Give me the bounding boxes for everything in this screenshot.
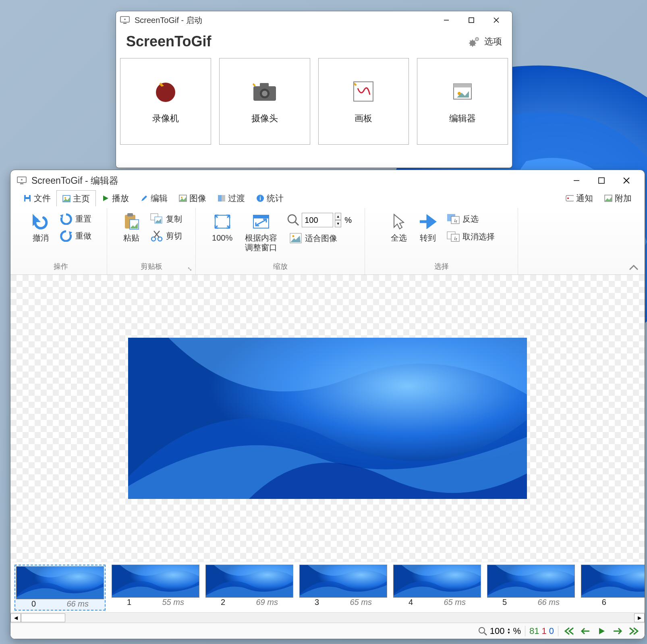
svg-point-57 [288,215,296,223]
tab-extras[interactable]: 附加 [599,190,637,206]
reset-icon [59,213,73,225]
camera-card[interactable]: 摄像头 [219,58,310,145]
preview-frame [128,338,527,499]
ribbon-tabs: 文件 主页 播放 编辑 图像 过渡 i统计 通知 附加 [10,190,645,206]
frame-scrollbar[interactable]: ◀ ▶ [10,612,645,623]
board-card[interactable]: 画板 [318,58,409,145]
frame-index: 5 [502,598,507,607]
tab-file[interactable]: 文件 [18,190,56,206]
scroll-thumb[interactable] [21,613,65,622]
launch-titlebar[interactable]: ScreenToGif - 启动 [116,11,512,29]
launch-title-text: ScreenToGif - 启动 [135,15,202,26]
svg-point-50 [151,237,156,241]
svg-rect-64 [451,234,459,241]
invert-icon [446,213,460,225]
frame-thumbnail [299,565,387,598]
maximize-button[interactable] [459,12,484,28]
frame-item[interactable]: 465 ms [393,565,481,611]
nav-play-button[interactable] [595,625,608,637]
notify-icon [566,194,574,202]
tab-image[interactable]: 图像 [173,190,212,206]
paste-button[interactable]: 粘贴 [118,210,144,244]
tab-transition[interactable]: 过渡 [212,190,251,206]
editor-window: ScreenToGif - 编辑器 文件 主页 播放 编辑 图像 过渡 i统计 … [10,170,645,639]
svg-point-15 [156,83,175,102]
frame-duration: 66 ms [66,599,88,609]
frame-thumbnail [393,565,481,598]
close-button[interactable] [484,12,509,28]
svg-line-58 [295,222,299,225]
redo-button[interactable]: 重做 [57,229,94,243]
undo-button[interactable]: 撤消 [28,210,54,244]
pencil-icon [140,194,148,202]
canvas-area[interactable] [10,275,645,562]
reset-button[interactable]: 重置 [57,212,94,226]
zoom-input[interactable] [302,213,333,227]
fit-image-button[interactable]: 适合图像 [286,231,352,245]
minimize-button[interactable] [564,172,589,189]
tab-home[interactable]: 主页 [56,190,96,208]
minimize-button[interactable] [434,12,459,28]
app-icon [119,16,131,25]
nav-prev-button[interactable] [579,625,592,637]
select-all-button[interactable]: 全选 [386,210,412,244]
svg-rect-32 [25,199,29,202]
nav-first-button[interactable] [562,625,576,637]
frame-item[interactable]: 6 [581,565,645,611]
clipboard-expand-icon[interactable]: ⤡ [187,266,194,272]
tab-edit[interactable]: 编辑 [135,190,173,206]
extras-icon [604,194,612,202]
frame-item[interactable]: 566 ms [487,565,575,611]
frame-item[interactable]: 155 ms [112,565,199,611]
frame-duration: 55 ms [162,598,184,607]
app-name: ScreenToGif [126,33,211,50]
maximize-button[interactable] [589,172,614,189]
svg-rect-17 [260,83,269,87]
frame-index: 1 [127,598,131,607]
frame-item[interactable]: 066 ms [15,565,106,611]
svg-point-35 [64,197,66,199]
goto-button[interactable]: 转到 [415,210,441,244]
ribbon-group-clipboard: 粘贴 复制 剪切 剪贴板 ⤡ [107,208,196,274]
frame-item[interactable]: 365 ms [299,565,387,611]
copy-button[interactable]: 复制 [147,212,185,226]
close-button[interactable] [614,172,639,189]
paste-icon [122,212,141,231]
editor-titlebar[interactable]: ScreenToGif - 编辑器 [10,170,645,190]
invert-button[interactable]: 反选 [444,212,497,226]
nav-next-button[interactable] [611,625,624,637]
options-button[interactable]: 选项 [468,35,502,48]
zoom-100-button[interactable]: 100% [209,210,236,244]
fit-image-icon [289,232,303,244]
deselect-icon [446,231,460,243]
frame-thumbnail [16,566,104,599]
scroll-left-button[interactable]: ◀ [10,613,21,622]
zoom-up-button[interactable]: ▲ [335,213,341,220]
tab-notify[interactable]: 通知 [560,190,599,206]
status-zoom-down[interactable]: ▼ [507,631,511,635]
cut-button[interactable]: 剪切 [147,229,185,243]
frame-thumbnail [205,565,293,598]
deselect-button[interactable]: 取消选择 [444,230,497,243]
editor-label: 编辑器 [449,112,476,125]
frame-thumbnail [581,565,645,598]
tab-play[interactable]: 播放 [96,190,135,206]
frame-item[interactable]: 269 ms [205,565,293,611]
status-current-frame: 0 [549,626,554,636]
ribbon-collapse-button[interactable] [628,264,639,271]
svg-rect-28 [599,178,604,183]
zoom-pct-label: % [344,216,352,225]
play-icon [102,194,110,202]
nav-last-button[interactable] [627,625,641,637]
zoom-down-button[interactable]: ▼ [335,220,341,227]
status-selected-count: 1 [542,626,547,636]
svg-point-37 [181,197,182,198]
editor-card[interactable]: 编辑器 [417,58,508,145]
scroll-right-button[interactable]: ▶ [634,613,645,622]
tab-stats[interactable]: i统计 [251,190,289,206]
ribbon-group-zoom: 100% 根据内容调整窗口 ▲▼ % 适合图像 缩放 [196,208,365,274]
recorder-icon [153,79,178,104]
cut-icon [150,230,164,242]
fit-window-button[interactable]: 根据内容调整窗口 [239,210,283,254]
recorder-card[interactable]: 录像机 [120,58,211,145]
